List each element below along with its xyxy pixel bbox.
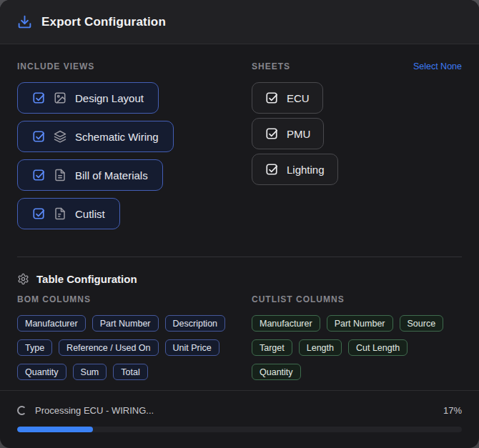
sheet-label: ECU [287, 92, 310, 104]
sheet-pmu[interactable]: PMU [252, 118, 324, 149]
view-label: Schematic Wiring [75, 131, 159, 143]
sheet-label: PMU [287, 128, 310, 140]
select-none-link[interactable]: Select None [413, 61, 462, 71]
include-view-bill-of-materials[interactable]: Bill of Materials [17, 159, 163, 191]
progress-status-text: Processing ECU - WIRING... [35, 405, 154, 416]
cutlist-columns-label: CUTLIST COLUMNS [252, 294, 462, 304]
bom-column-chip[interactable]: Type [17, 339, 52, 356]
dialog-body: INCLUDE VIEWS [0, 44, 479, 390]
include-view-cutlist[interactable]: Cutlist [17, 198, 120, 229]
bom-column-chip[interactable]: Quantity [17, 364, 66, 380]
bom-columns-section: BOM COLUMNS Manufacturer Part Number Des… [17, 294, 252, 380]
dialog-title: Export Configuration [41, 15, 166, 29]
bom-column-chip[interactable]: Description [165, 315, 226, 332]
progress-percent: 17% [443, 405, 462, 416]
bom-column-chip[interactable]: Sum [73, 364, 107, 380]
view-label: Cutlist [75, 208, 105, 220]
checkbox-checked-icon [32, 169, 45, 181]
include-views-label: INCLUDE VIEWS [17, 61, 252, 71]
section-divider [17, 257, 462, 257]
file-icon [54, 207, 66, 220]
checkbox-checked-icon [32, 91, 45, 104]
bom-column-chip[interactable]: Total [113, 364, 147, 380]
layers-icon [54, 130, 66, 143]
checkbox-checked-icon [32, 130, 45, 143]
progress-bar-track [17, 427, 462, 432]
bom-column-chip[interactable]: Unit Price [165, 339, 219, 356]
download-icon [17, 14, 32, 29]
cutlist-column-chip[interactable]: Part Number [327, 315, 393, 332]
spinner-icon [17, 406, 26, 415]
progress-footer: Processing ECU - WIRING... 17% [0, 390, 479, 448]
file-text-icon [54, 169, 66, 181]
cutlist-column-chip[interactable]: Cut Length [348, 339, 408, 356]
bom-column-chip[interactable]: Reference / Used On [59, 339, 158, 356]
bom-column-chip[interactable]: Part Number [92, 315, 159, 332]
cutlist-column-chip[interactable]: Source [400, 315, 444, 332]
cutlist-column-chip[interactable]: Quantity [252, 364, 301, 380]
sheet-ecu[interactable]: ECU [252, 82, 323, 114]
export-configuration-dialog: Export Configuration INCLUDE VIEWS [0, 0, 479, 448]
checkbox-checked-icon [265, 91, 278, 104]
cutlist-columns-chips: Manufacturer Part Number Source Target L… [252, 315, 462, 380]
sheets-section: SHEETS Select None ECU [252, 61, 462, 237]
include-view-design-layout[interactable]: Design Layout [17, 82, 159, 114]
checkbox-checked-icon [32, 207, 45, 220]
bom-columns-chips: Manufacturer Part Number Description Typ… [17, 315, 240, 380]
table-configuration-section: Table Configuration BOM COLUMNS Manufact… [17, 273, 462, 380]
include-views-section: INCLUDE VIEWS [17, 61, 252, 237]
table-configuration-title: Table Configuration [36, 273, 137, 285]
dialog-header: Export Configuration [0, 0, 479, 44]
image-icon [54, 91, 66, 104]
progress-bar-fill [17, 427, 93, 432]
view-label: Bill of Materials [75, 169, 148, 181]
cutlist-columns-section: CUTLIST COLUMNS Manufacturer Part Number… [252, 294, 462, 380]
sheets-label: SHEETS [252, 61, 290, 71]
bom-columns-label: BOM COLUMNS [17, 294, 252, 304]
checkbox-checked-icon [265, 163, 278, 176]
checkbox-checked-icon [265, 127, 278, 140]
gear-icon [17, 273, 29, 285]
sheet-lighting[interactable]: Lighting [252, 154, 338, 185]
bom-column-chip[interactable]: Manufacturer [17, 315, 86, 332]
view-label: Design Layout [75, 92, 144, 104]
include-view-schematic-wiring[interactable]: Schematic Wiring [17, 121, 174, 152]
cutlist-column-chip[interactable]: Length [299, 339, 342, 356]
cutlist-column-chip[interactable]: Target [252, 339, 292, 356]
sheet-label: Lighting [287, 164, 325, 176]
cutlist-column-chip[interactable]: Manufacturer [252, 315, 320, 332]
